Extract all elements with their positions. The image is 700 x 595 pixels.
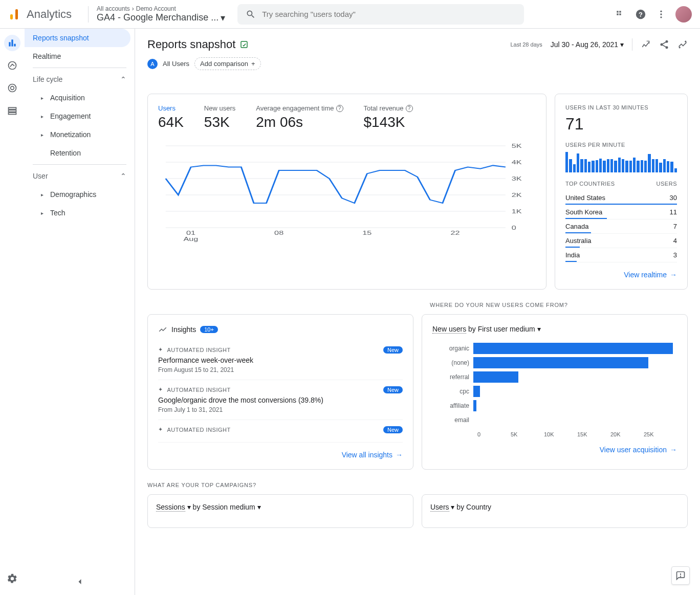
section-heading-new-users: WHERE DO YOUR NEW USERS COME FROM?: [135, 302, 700, 314]
svg-text:2K: 2K: [512, 192, 522, 199]
feedback-button[interactable]: [671, 566, 690, 585]
svg-rect-2: [617, 11, 618, 12]
insight-item[interactable]: ✦ AUTOMATED INSIGHT New: [158, 420, 403, 443]
svg-point-15: [8, 84, 16, 92]
logo[interactable]: Analytics: [8, 8, 72, 21]
search-input[interactable]: [262, 10, 516, 18]
plus-icon: +: [251, 60, 255, 68]
rt-country-row[interactable]: South Korea11: [565, 205, 677, 219]
rt-title: USERS IN LAST 30 MINUTES: [565, 104, 677, 111]
customize-report-icon[interactable]: [239, 40, 249, 49]
insight-item[interactable]: ✦ AUTOMATED INSIGHT New Google/organic d…: [158, 380, 403, 420]
insights-title: Insights: [171, 325, 196, 334]
view-user-acquisition-link[interactable]: View user acquisition →: [600, 446, 677, 454]
view-all-insights-link[interactable]: View all insights →: [342, 451, 403, 459]
insight-item[interactable]: ✦ AUTOMATED INSIGHT New Performance week…: [158, 340, 403, 380]
more-icon[interactable]: [655, 8, 667, 20]
svg-rect-5: [619, 13, 621, 15]
section-heading-campaigns: WHAT ARE YOUR TOP CAMPAIGNS?: [135, 482, 700, 494]
sidebar-section-user[interactable]: User ⌃: [25, 167, 135, 185]
svg-point-24: [685, 41, 686, 42]
nav-configure-icon[interactable]: [4, 102, 20, 119]
svg-text:15: 15: [362, 230, 371, 236]
svg-text:4K: 4K: [512, 159, 522, 166]
segments-bar: A All Users Add comparison +: [135, 57, 700, 78]
date-range-picker[interactable]: Jul 30 - Aug 26, 2021 ▾: [551, 40, 624, 49]
svg-text:1K: 1K: [512, 208, 522, 215]
users-line-chart: 01K2K3K4K5K01Aug081522: [158, 141, 536, 243]
metric-revenue[interactable]: Total revenue ? $143K: [364, 104, 413, 130]
share-icon[interactable]: [659, 39, 669, 50]
add-comparison-button[interactable]: Add comparison +: [194, 57, 261, 70]
help-icon[interactable]: ?: [336, 105, 343, 112]
avatar[interactable]: [675, 6, 692, 23]
nav-advertising-icon[interactable]: [4, 80, 20, 96]
overview-metrics-card: Users 64K New users 53K Average engageme…: [147, 94, 546, 290]
hbar-row: (none): [432, 356, 677, 370]
dimension-picker[interactable]: Users ▾ by Country: [430, 503, 679, 511]
svg-rect-11: [9, 42, 10, 46]
insights-list: ✦ AUTOMATED INSIGHT New Performance week…: [158, 340, 403, 443]
svg-rect-0: [10, 14, 13, 19]
metric-users[interactable]: Users 64K: [158, 104, 184, 130]
hbar-row: cpc: [432, 384, 677, 399]
rt-country-row[interactable]: Canada7: [565, 219, 677, 234]
insights-icon[interactable]: [677, 39, 688, 50]
date-prefix: Last 28 days: [510, 41, 542, 48]
metric-new-users[interactable]: New users 53K: [204, 104, 235, 130]
caret-down-icon: ▾: [221, 12, 225, 24]
svg-rect-3: [619, 11, 621, 12]
collapse-sidebar-icon[interactable]: [75, 577, 85, 587]
svg-rect-20: [241, 41, 247, 48]
users-by-country-card: Users ▾ by Country: [422, 494, 688, 528]
dimension-picker[interactable]: Sessions ▾ by Session medium ▾: [156, 503, 405, 511]
svg-point-16: [10, 86, 14, 90]
rt-users-count: 71: [565, 115, 677, 134]
search-box[interactable]: [237, 4, 524, 25]
rt-country-row[interactable]: India3: [565, 248, 677, 262]
dimension-picker[interactable]: New users by First user medium ▾: [432, 325, 677, 333]
sidebar-section-lifecycle[interactable]: Life cycle ⌃: [25, 70, 135, 89]
sidebar-item-realtime[interactable]: Realtime: [25, 47, 130, 65]
sidebar-item-demographics[interactable]: ▸Demographics: [25, 185, 130, 204]
metric-engagement-time[interactable]: Average engagement time ? 2m 06s: [256, 104, 343, 130]
edit-comparisons-icon[interactable]: [641, 39, 651, 50]
hbar-row: email: [432, 413, 677, 427]
caret-right-icon: ▸: [41, 114, 46, 119]
realtime-card: USERS IN LAST 30 MINUTES 71 USERS PER MI…: [555, 94, 688, 290]
help-icon[interactable]: ?: [635, 8, 647, 20]
caret-right-icon: ▸: [41, 132, 46, 138]
segment-all-users[interactable]: All Users: [163, 60, 189, 68]
sidebar-item-monetization[interactable]: ▸Monetization: [25, 125, 130, 144]
svg-rect-18: [8, 110, 16, 112]
sparkle-icon: ✦: [158, 386, 163, 393]
main-content: Reports snapshot Last 28 days Jul 30 - A…: [135, 29, 700, 595]
settings-icon[interactable]: [4, 570, 20, 587]
users-per-minute-chart: [565, 152, 677, 172]
sidebar-item-acquisition[interactable]: ▸Acquisition: [25, 89, 130, 107]
new-badge: New: [383, 346, 403, 354]
page-title: Reports snapshot: [147, 38, 235, 51]
account-picker[interactable]: All accounts › Demo Account GA4 - Google…: [97, 5, 225, 24]
sidebar-item-retention[interactable]: Retention: [25, 144, 130, 162]
segment-badge[interactable]: A: [147, 59, 158, 69]
nav-explore-icon[interactable]: [4, 57, 20, 74]
sidebar-item-tech[interactable]: ▸Tech: [25, 204, 130, 222]
sparkle-icon: ✦: [158, 346, 163, 353]
nav-reports-icon[interactable]: [4, 35, 20, 51]
help-icon[interactable]: ?: [406, 105, 413, 112]
hbar-row: referral: [432, 370, 677, 384]
view-realtime-link[interactable]: View realtime →: [624, 271, 677, 279]
product-name: Analytics: [27, 8, 72, 21]
account-name: Demo Account: [136, 5, 176, 12]
apps-icon[interactable]: [614, 8, 626, 20]
rt-country-row[interactable]: United States30: [565, 191, 677, 205]
new-users-card: New users by First user medium ▾ organic…: [422, 314, 688, 470]
sidebar-item-engagement[interactable]: ▸Engagement: [25, 107, 130, 125]
chevron-right-icon: ›: [132, 5, 134, 12]
caret-right-icon: ▸: [41, 95, 46, 101]
svg-point-14: [8, 62, 16, 70]
sidebar-item-reports-snapshot[interactable]: Reports snapshot: [25, 29, 130, 47]
rt-country-row[interactable]: Australia4: [565, 234, 677, 248]
svg-rect-4: [617, 13, 618, 15]
